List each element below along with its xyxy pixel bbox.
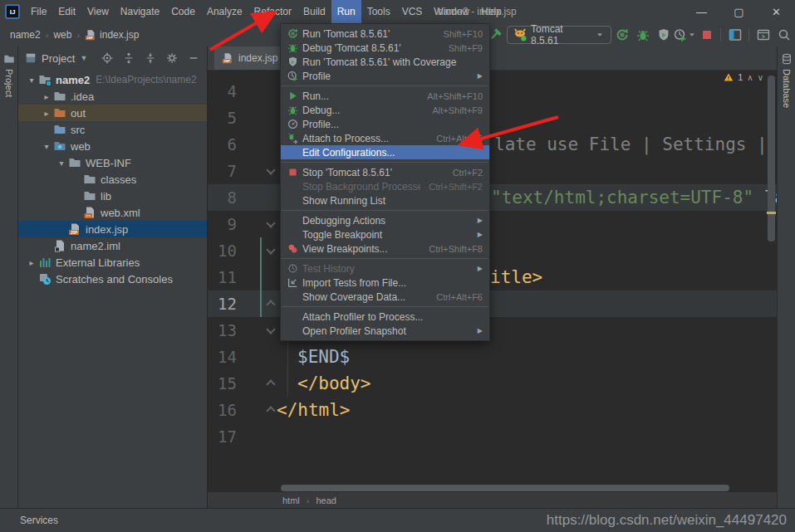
tree-item-label: out <box>71 107 86 120</box>
next-warning-icon[interactable]: ∨ <box>758 73 763 82</box>
fold-marker-icon[interactable] <box>267 326 275 334</box>
run-menu-item-run[interactable]: Run...Alt+Shift+F10 <box>281 89 489 103</box>
database-stripe-button[interactable]: Database <box>782 69 792 108</box>
menubar-item-analyze[interactable]: Analyze <box>201 0 248 23</box>
menubar-item-edit[interactable]: Edit <box>52 0 81 23</box>
vertical-scrollbar[interactable] <box>768 76 775 242</box>
code-line-16[interactable]: 16</html> <box>208 397 777 423</box>
menubar-item-code[interactable]: Code <box>165 0 201 23</box>
run-menu-item-test-history[interactable]: Test History▶ <box>281 261 489 276</box>
editor-breadcrumb-head[interactable]: head <box>316 495 336 505</box>
run-button[interactable] <box>611 25 632 45</box>
fold-marker-icon[interactable] <box>267 246 275 255</box>
search-everywhere-button[interactable] <box>774 25 795 45</box>
tree-item-name2-iml[interactable]: name2.iml <box>18 237 207 254</box>
chevron-down-icon[interactable]: ▼ <box>80 54 87 62</box>
code-line-14[interactable]: 14$END$ <box>208 344 777 370</box>
tree-collapsed-icon[interactable]: ▸ <box>40 92 53 101</box>
menubar-item-vcs[interactable]: VCS <box>396 0 429 23</box>
close-button[interactable]: ✕ <box>758 0 795 23</box>
inspections-widget[interactable]: 1 ∧ ∨ <box>724 72 763 82</box>
coverage-button[interactable] <box>654 25 675 45</box>
tree-item-web[interactable]: ▾web <box>18 138 207 154</box>
run-menu-item-view-breakpoints[interactable]: View Breakpoints...Ctrl+Shift+F8 <box>281 242 489 256</box>
tree-item-web-xml[interactable]: <>web.xml <box>18 204 207 221</box>
fold-marker-icon[interactable] <box>267 300 275 308</box>
tree-expanded-icon[interactable]: ▾ <box>55 159 68 168</box>
run-menu-item-debugging-actions[interactable]: Debugging Actions▶ <box>281 213 489 227</box>
run-anything-button[interactable] <box>753 25 773 45</box>
stop-button[interactable] <box>696 25 717 45</box>
profile-button[interactable] <box>675 25 696 45</box>
run-menu-item-show-coverage-data[interactable]: Show Coverage Data...Ctrl+Alt+F6 <box>281 290 489 304</box>
debug-button[interactable] <box>632 25 653 45</box>
run-menu-item-attach-profiler-to-process[interactable]: Attach Profiler to Process... <box>281 310 489 324</box>
error-stripe-mark[interactable] <box>767 212 776 214</box>
run-configuration-select[interactable]: Tomcat 8.5.61 <box>507 26 611 44</box>
settings-button[interactable] <box>165 51 179 65</box>
attach-icon <box>287 133 298 144</box>
services-button[interactable]: Services <box>20 509 58 532</box>
tree-expanded-icon[interactable]: ▾ <box>25 76 38 85</box>
breadcrumb-item-web[interactable]: web <box>53 29 71 41</box>
menubar-item-view[interactable]: View <box>81 0 115 23</box>
menubar-item-file[interactable]: File <box>25 0 52 23</box>
run-menu-item-debug[interactable]: Debug...Alt+Shift+F9 <box>281 103 489 117</box>
run-menu-item-stop-tomcat-8-5-61[interactable]: Stop 'Tomcat 8.5.61'Ctrl+F2 <box>281 165 489 179</box>
code-fragment: $END$ <box>297 344 350 370</box>
tree-item-lib[interactable]: lib <box>18 188 207 204</box>
tree-item-scratches-and-consoles[interactable]: Scratches and Consoles <box>18 271 207 287</box>
hide-panel-button[interactable] <box>187 51 200 65</box>
build-hammer-icon[interactable] <box>488 28 502 41</box>
fold-marker-icon[interactable] <box>267 167 275 175</box>
tree-item-index-jsp[interactable]: JSPindex.jsp <box>18 221 207 237</box>
project-stripe-button[interactable]: Project <box>4 69 14 97</box>
fold-marker-icon[interactable] <box>267 220 275 228</box>
menubar-item-run[interactable]: Run <box>331 0 361 23</box>
tree-item-idea[interactable]: ▸.idea <box>18 88 207 105</box>
tree-item-classes[interactable]: classes <box>18 171 207 188</box>
menubar-item-refactor[interactable]: Refactor <box>248 0 297 23</box>
tree-expanded-icon[interactable]: ▾ <box>40 142 53 151</box>
tree-item-name2[interactable]: ▾name2E:\IdeaProjects\name2 <box>18 71 207 88</box>
tool-windows-button[interactable] <box>724 25 745 45</box>
run-menu-item-import-tests-from-file[interactable]: Import Tests from File... <box>281 276 489 290</box>
locate-file-button[interactable] <box>101 51 114 65</box>
run-menu-item-run-tomcat-8-5-61-with-coverage[interactable]: Run 'Tomcat 8.5.61' with Coverage <box>281 55 489 69</box>
run-menu-item-profile[interactable]: Profile... <box>281 117 489 131</box>
menubar-item-build[interactable]: Build <box>297 0 331 23</box>
code-line-15[interactable]: 15</body> <box>208 370 777 397</box>
breadcrumb-item-name2[interactable]: name2 <box>10 29 41 41</box>
editor-breadcrumb-html[interactable]: html <box>282 495 300 505</box>
minimize-button[interactable]: — <box>683 0 720 23</box>
run-menu-item-toggle-breakpoint[interactable]: Toggle Breakpoint▶ <box>281 227 489 242</box>
tree-item-web-inf[interactable]: ▾WEB-INF <box>18 154 207 171</box>
tree-item-src[interactable]: src <box>18 121 207 138</box>
project-panel-title[interactable]: Project <box>42 52 75 65</box>
expand-all-button[interactable] <box>122 51 135 65</box>
run-menu-item-stop-background-processes[interactable]: Stop Background Processes...Ctrl+Shift+F… <box>281 179 489 193</box>
run-menu-item-debug-tomcat-8-5-61[interactable]: Debug 'Tomcat 8.5.61'Shift+F9 <box>281 41 489 55</box>
fold-marker-icon[interactable] <box>267 379 275 388</box>
run-menu-item-show-running-list[interactable]: Show Running List <box>281 193 489 207</box>
collapse-all-button[interactable] <box>144 51 157 65</box>
run-menu-item-open-profiler-snapshot[interactable]: Open Profiler Snapshot▶ <box>281 324 489 338</box>
horizontal-scrollbar[interactable] <box>281 485 729 491</box>
left-tool-stripe: Project <box>0 46 18 508</box>
run-menu-item-attach-to-process[interactable]: Attach to Process...Ctrl+Alt+F5 <box>281 131 489 145</box>
menubar-item-tools[interactable]: Tools <box>361 0 396 23</box>
menubar-item-navigate[interactable]: Navigate <box>115 0 165 23</box>
menu-item-label: Run... <box>302 90 419 102</box>
run-menu-item-run-tomcat-8-5-61[interactable]: Run 'Tomcat 8.5.61'Shift+F10 <box>281 27 489 41</box>
tree-item-external-libraries[interactable]: ▸External Libraries <box>18 254 207 271</box>
maximize-button[interactable]: ▢ <box>720 0 758 23</box>
run-menu-item-profile[interactable]: Profile▶ <box>281 69 489 83</box>
tree-collapsed-icon[interactable]: ▸ <box>40 109 53 118</box>
tree-collapsed-icon[interactable]: ▸ <box>25 258 38 267</box>
prev-warning-icon[interactable]: ∧ <box>747 73 753 82</box>
code-line-17[interactable]: 17 <box>208 423 777 450</box>
fold-marker-icon[interactable] <box>267 406 275 414</box>
breadcrumb-item-index-jsp[interactable]: JSPindex.jsp <box>85 29 139 41</box>
run-menu-item-edit-configurations[interactable]: Edit Configurations... <box>281 145 489 159</box>
tree-item-out[interactable]: ▸out <box>18 105 207 121</box>
